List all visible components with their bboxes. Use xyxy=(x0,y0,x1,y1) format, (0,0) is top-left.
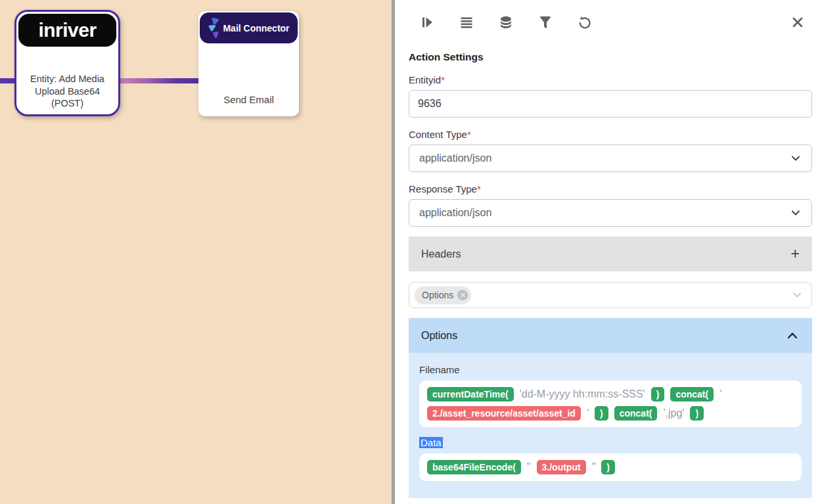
node-mail-connector[interactable]: Mail Connector Send Email xyxy=(198,11,299,116)
chevron-down-icon xyxy=(790,288,804,302)
mail-connector-header: Mail Connector xyxy=(200,12,298,43)
options-section-header[interactable]: Options xyxy=(409,318,812,353)
mail-connector-logo-icon xyxy=(208,17,221,39)
panel-toolbar xyxy=(409,0,812,42)
filename-label: Filename xyxy=(419,364,802,375)
options-chip: Options ✕ xyxy=(415,286,471,304)
token-function-pill[interactable]: currentDateTime( xyxy=(427,387,514,401)
token-literal: '.jpg' xyxy=(663,407,684,419)
headers-label: Headers xyxy=(421,248,461,260)
content-type-select[interactable]: application/json xyxy=(409,145,812,172)
database-icon[interactable] xyxy=(498,14,514,30)
token-literal: 'dd-M-yyyy hh:mm:ss-SSS' xyxy=(520,388,645,400)
token-function-pill[interactable]: concat( xyxy=(614,406,658,421)
token-variable-pill[interactable]: 3./output xyxy=(537,460,586,474)
add-header-button[interactable]: + xyxy=(791,245,800,263)
mail-connector-logo-text: Mail Connector xyxy=(223,23,289,34)
required-mark: * xyxy=(477,183,481,195)
token-literal: ' xyxy=(719,388,721,400)
options-section-body: Filename currentDateTime('dd-M-yyyy hh:m… xyxy=(409,353,812,498)
response-type-value: application/json xyxy=(419,207,491,219)
token-function-pill[interactable]: concat( xyxy=(670,387,714,401)
token-literal: ' xyxy=(587,407,589,419)
token-function-pill[interactable]: base64FileEncode( xyxy=(427,460,521,474)
app-window: inriver Entity: Add Media Upload Base64 … xyxy=(0,0,820,504)
chevron-up-icon[interactable] xyxy=(785,329,800,343)
node-mail-label: Send Email xyxy=(198,94,299,105)
options-multiselect[interactable]: Options ✕ xyxy=(409,282,812,308)
token-function-pill[interactable]: ) xyxy=(651,387,665,401)
page-title: Action Settings xyxy=(409,51,812,63)
token-function-pill[interactable]: ) xyxy=(690,406,704,421)
entityid-input[interactable] xyxy=(409,90,812,118)
chevron-down-icon xyxy=(790,152,802,164)
node-inriver[interactable]: inriver Entity: Add Media Upload Base64 … xyxy=(14,10,120,116)
close-icon[interactable] xyxy=(790,14,806,30)
edge-inriver-to-mail[interactable] xyxy=(118,78,200,83)
node-inriver-label: Entity: Add Media Upload Base64 (POST) xyxy=(16,73,118,110)
filename-expression-input[interactable]: currentDateTime('dd-M-yyyy hh:mm:ss-SSS'… xyxy=(419,380,802,427)
filter-icon[interactable] xyxy=(537,14,553,30)
token-function-pill[interactable]: ) xyxy=(601,460,615,474)
options-section-title: Options xyxy=(421,330,457,342)
action-settings-panel: Action Settings Entityid* Content Type* … xyxy=(395,0,820,504)
chevron-down-icon xyxy=(790,207,802,219)
data-label: Data xyxy=(419,437,443,448)
response-type-label: Response Type* xyxy=(409,183,812,195)
token-function-pill[interactable]: ) xyxy=(595,406,608,421)
token-variable-pill[interactable]: 2./asset_resource/asset/asset_id xyxy=(427,406,581,421)
lines-icon[interactable] xyxy=(459,14,474,30)
run-step-icon[interactable] xyxy=(419,14,435,30)
remove-chip-icon[interactable]: ✕ xyxy=(457,290,468,300)
content-type-value: application/json xyxy=(419,152,491,164)
content-type-label: Content Type* xyxy=(409,129,812,140)
entityid-label: Entityid* xyxy=(409,74,812,85)
token-literal: " xyxy=(592,461,596,473)
required-mark: * xyxy=(467,129,471,140)
required-mark: * xyxy=(441,74,445,85)
data-expression-input[interactable]: base64FileEncode("3./output") xyxy=(419,453,802,481)
response-type-select[interactable]: application/json xyxy=(409,199,812,227)
flow-canvas[interactable]: inriver Entity: Add Media Upload Base64 … xyxy=(0,0,392,504)
restore-icon[interactable] xyxy=(577,14,593,30)
inriver-logo: inriver xyxy=(18,14,116,47)
options-chip-label: Options xyxy=(422,290,453,300)
token-literal: " xyxy=(527,461,531,473)
headers-section-bar[interactable]: Headers + xyxy=(409,237,812,271)
